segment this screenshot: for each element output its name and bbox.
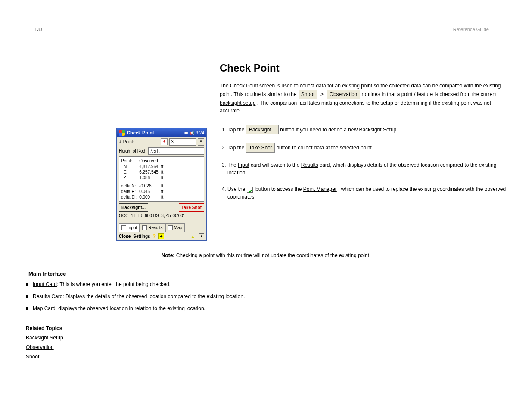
tab-results[interactable]: Results bbox=[140, 223, 165, 232]
steps-list: Tap the Backsight... button if you need … bbox=[220, 125, 506, 201]
point-row: + Point: ⌖ 3 ▼ bbox=[117, 137, 206, 146]
input-card-link[interactable]: Input bbox=[238, 162, 249, 168]
related-shoot[interactable]: Shoot bbox=[26, 353, 506, 361]
results-card-link[interactable]: Results bbox=[301, 162, 318, 168]
map-card-link[interactable]: Map Card bbox=[33, 305, 56, 311]
related-observation[interactable]: Observation bbox=[26, 343, 506, 351]
main-interface-heading: Main Interface bbox=[28, 270, 506, 278]
height-of-rod-input[interactable]: 7.5 ft bbox=[148, 147, 204, 155]
page-title: Check Point bbox=[220, 60, 506, 76]
tab-map[interactable]: Map bbox=[165, 223, 185, 232]
results-card-link-2[interactable]: Results Card bbox=[33, 293, 62, 299]
map-tab-icon bbox=[168, 225, 173, 230]
device-time: 9:24 bbox=[196, 130, 204, 136]
shoot-button-ref: Shoot bbox=[298, 90, 317, 99]
occ-status-line: OCC: 1 HI: 5.600 BS: 3, 45°00'00" bbox=[117, 212, 206, 221]
intro-paragraph: The Check Point screen is used to collec… bbox=[220, 82, 506, 115]
point-input[interactable]: 3 bbox=[169, 138, 196, 146]
bullet-results-card: Results Card: Displays the details of th… bbox=[26, 293, 506, 300]
bullets-list: Input Card: This is where you enter the … bbox=[26, 280, 506, 312]
take-shot-button[interactable]: Take Shot bbox=[179, 203, 204, 212]
take-shot-button-ref: Take Shot bbox=[246, 143, 275, 153]
input-tab-icon bbox=[121, 225, 126, 230]
backsight-button[interactable]: Backsight... bbox=[119, 203, 148, 212]
related-topics: Related Topics Backsight Setup Observati… bbox=[26, 324, 506, 361]
input-card-link-2[interactable]: Input Card bbox=[33, 281, 57, 287]
note-paragraph: Note: Checking a point with this routine… bbox=[98, 252, 434, 259]
shortcut-icon[interactable]: ✦ bbox=[158, 233, 164, 239]
bullet-input-card: Input Card: This is where you enter the … bbox=[26, 280, 506, 288]
device-tabs: Input Results Map bbox=[117, 223, 206, 232]
results-panel: Point:Observed N4,812.964ft E6,257.545ft… bbox=[119, 156, 204, 202]
warning-icon[interactable] bbox=[190, 233, 196, 239]
menu-settings[interactable]: Settings bbox=[133, 233, 150, 240]
connectivity-icon bbox=[184, 130, 188, 136]
bullet-icon bbox=[26, 295, 28, 298]
step-4: Use the button to access the Point Manag… bbox=[227, 185, 506, 201]
tab-input[interactable]: Input bbox=[119, 223, 140, 232]
point-manager-link[interactable]: Point Manager bbox=[303, 186, 337, 192]
device-titlebar: Check Point 9:24 bbox=[117, 128, 206, 137]
titlebar-icons: 9:24 bbox=[184, 130, 204, 137]
step-2: Tap the Take Shot button to collect data… bbox=[227, 143, 506, 153]
hro-row: Height of Rod: 7.5 ft bbox=[117, 146, 206, 156]
point-manager-icon bbox=[247, 187, 253, 193]
device-menubar: Close Settings ? ✦ ▲ bbox=[117, 232, 206, 240]
device-button-row: Backsight... Take Shot bbox=[117, 202, 206, 212]
sound-icon bbox=[190, 130, 194, 137]
device-screenshot: Check Point 9:24 + Point: ⌖ 3 ▼ Height o… bbox=[116, 128, 207, 241]
device-title: Check Point bbox=[127, 129, 183, 137]
related-topics-heading: Related Topics bbox=[26, 325, 62, 331]
height-of-rod-label: Height of Rod: bbox=[119, 148, 146, 154]
observation-button-ref: Observation bbox=[327, 90, 361, 99]
help-icon[interactable]: ? bbox=[153, 233, 156, 240]
step-1: Tap the Backsight... button if you need … bbox=[227, 125, 506, 134]
bullet-icon bbox=[26, 307, 28, 310]
bullet-icon bbox=[26, 283, 28, 286]
page-number: 133 bbox=[34, 26, 42, 33]
step-3: The Input card will switch to the Result… bbox=[227, 161, 506, 177]
map-pick-icon[interactable]: ⌖ bbox=[161, 138, 168, 145]
backsight-button-ref: Backsight... bbox=[246, 125, 279, 134]
point-dropdown-arrow[interactable]: ▼ bbox=[198, 138, 204, 146]
point-label: Point: bbox=[123, 139, 134, 145]
bullet-map-card: Map Card: displays the observed location… bbox=[26, 305, 506, 312]
backsight-setup-link[interactable]: backsight setup bbox=[220, 100, 255, 106]
related-backsight-setup[interactable]: Backsight Setup bbox=[26, 334, 506, 342]
point-feature-link[interactable]: point / feature bbox=[401, 91, 433, 97]
plus-icon[interactable]: + bbox=[119, 139, 121, 145]
windows-flag-icon bbox=[119, 130, 125, 136]
page-header-note: Reference Guide bbox=[453, 26, 489, 33]
results-tab-icon bbox=[142, 225, 147, 230]
up-arrow-icon[interactable]: ▲ bbox=[199, 233, 204, 239]
backsight-setup-link-2[interactable]: Backsight Setup bbox=[359, 127, 397, 133]
right-column: Check Point The Check Point screen is us… bbox=[220, 60, 506, 121]
menu-close[interactable]: Close bbox=[119, 233, 131, 240]
